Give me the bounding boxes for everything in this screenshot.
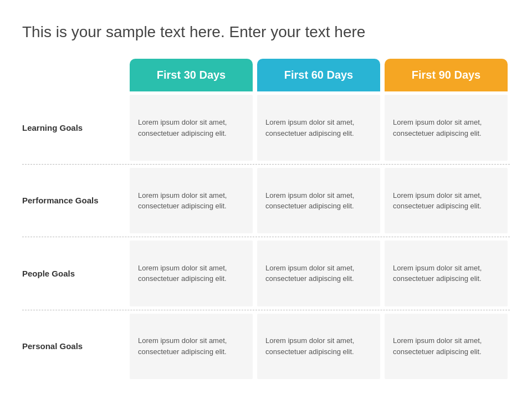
- cell-people-30: Lorem ipsum dolor sit amet, consectetuer…: [130, 241, 253, 306]
- cell-personal-30: Lorem ipsum dolor sit amet, consectetuer…: [130, 314, 253, 379]
- table-wrapper: First 30 Days First 60 Days First 90 Day…: [22, 59, 510, 382]
- row-label-learning: Learning Goals: [22, 91, 127, 163]
- data-rows: Learning Goals Lorem ipsum dolor sit ame…: [22, 91, 510, 382]
- table-row: Personal Goals Lorem ipsum dolor sit ame…: [22, 310, 510, 382]
- header-empty-cell: [22, 59, 127, 91]
- cell-performance-30: Lorem ipsum dolor sit amet, consectetuer…: [130, 168, 253, 233]
- cell-personal-60: Lorem ipsum dolor sit amet, consectetuer…: [257, 314, 380, 379]
- header-90-days: First 90 Days: [385, 59, 508, 91]
- header-30-days: First 30 Days: [130, 59, 253, 91]
- row-label-personal: Personal Goals: [22, 310, 127, 382]
- cell-learning-90: Lorem ipsum dolor sit amet, consectetuer…: [385, 95, 508, 160]
- header-60-days: First 60 Days: [257, 59, 380, 91]
- cell-people-90: Lorem ipsum dolor sit amet, consectetuer…: [385, 241, 508, 306]
- page-container: This is your sample text here. Enter you…: [0, 0, 532, 399]
- table-row: Learning Goals Lorem ipsum dolor sit ame…: [22, 91, 510, 164]
- table-row: People Goals Lorem ipsum dolor sit amet,…: [22, 237, 510, 310]
- cell-performance-60: Lorem ipsum dolor sit amet, consectetuer…: [257, 168, 380, 233]
- cell-people-60: Lorem ipsum dolor sit amet, consectetuer…: [257, 241, 380, 306]
- cell-learning-30: Lorem ipsum dolor sit amet, consectetuer…: [130, 95, 253, 160]
- table-row: Performance Goals Lorem ipsum dolor sit …: [22, 165, 510, 237]
- row-label-people: People Goals: [22, 237, 127, 309]
- header-row: First 30 Days First 60 Days First 90 Day…: [22, 59, 510, 91]
- page-title: This is your sample text here. Enter you…: [22, 22, 510, 42]
- row-label-performance: Performance Goals: [22, 165, 127, 237]
- cell-personal-90: Lorem ipsum dolor sit amet, consectetuer…: [385, 314, 508, 379]
- cell-learning-60: Lorem ipsum dolor sit amet, consectetuer…: [257, 95, 380, 160]
- cell-performance-90: Lorem ipsum dolor sit amet, consectetuer…: [385, 168, 508, 233]
